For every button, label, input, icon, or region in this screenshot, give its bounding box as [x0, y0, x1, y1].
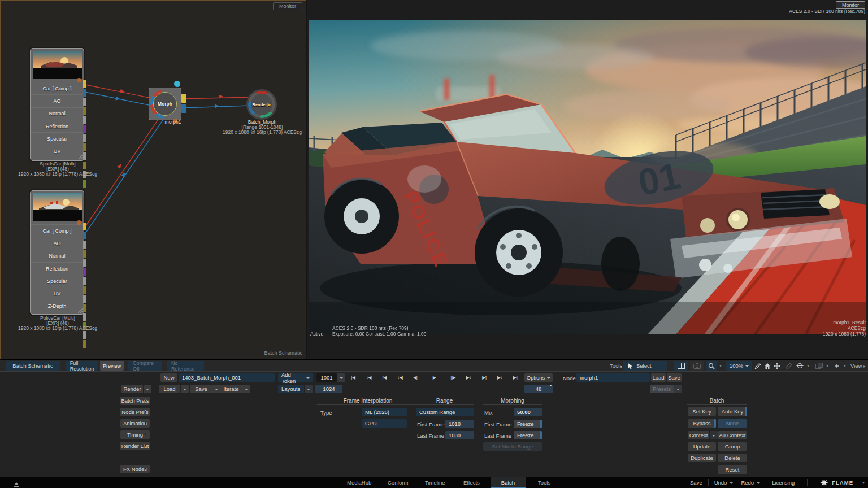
- redo-menu-item[interactable]: Redo: [741, 480, 760, 486]
- au-context-button[interactable]: Au Context: [718, 431, 747, 439]
- transport-step-back[interactable]: ◀||: [408, 373, 424, 382]
- render-button[interactable]: Render: [121, 385, 143, 393]
- transport-range-end[interactable]: ▶]: [476, 373, 492, 382]
- range-start-field[interactable]: 1024: [315, 385, 342, 393]
- zoom-tool-button[interactable]: [706, 361, 717, 371]
- transport-next-key[interactable]: ▶↓: [492, 373, 508, 382]
- output-socket[interactable]: AO: [31, 237, 84, 249]
- node-prefs-button[interactable]: Node Prefs: [120, 408, 150, 416]
- interp-type-field[interactable]: ML (2026): [362, 408, 407, 416]
- set-mix-to-range-button[interactable]: Set Mix to Range: [483, 442, 542, 451]
- viewer-exposure[interactable]: Exposure: 0.00: [332, 331, 364, 337]
- range-mode-field[interactable]: Custom Range: [416, 408, 474, 416]
- frame-dropdown[interactable]: [337, 373, 345, 382]
- viewer-canvas[interactable]: 01 POLICE: [309, 20, 866, 334]
- output-socket[interactable]: Specular: [31, 132, 84, 145]
- morph-node-label[interactable]: Morph: [153, 92, 177, 116]
- add-view-dropdown[interactable]: ▾: [841, 361, 848, 371]
- transport-range-start[interactable]: [◀: [376, 373, 392, 382]
- swap-ui-icon[interactable]: [14, 480, 19, 486]
- eyedropper-icon[interactable]: [784, 361, 793, 371]
- compare-layers-dropdown[interactable]: ▾: [824, 361, 831, 371]
- morph-first-field[interactable]: Freeze: [514, 420, 542, 428]
- tab-tools[interactable]: Tools: [530, 477, 558, 488]
- split-view-button[interactable]: [674, 361, 688, 371]
- group-button[interactable]: Group: [718, 442, 747, 451]
- transport-step-back-key[interactable]: ↓◀: [392, 373, 408, 382]
- node-resize-handle[interactable]: [78, 308, 83, 313]
- node-resize-handle[interactable]: [78, 155, 83, 159]
- node-save-button[interactable]: Save: [667, 373, 682, 382]
- presets-dropdown[interactable]: Presets: [650, 385, 674, 393]
- current-frame-field[interactable]: 1001: [316, 373, 337, 382]
- interp-engine-field[interactable]: GPU: [362, 419, 407, 428]
- node-render[interactable]: Render▶: [248, 91, 275, 118]
- range-first-field[interactable]: 1018: [445, 420, 474, 428]
- set-key-button[interactable]: Set Key: [688, 407, 716, 416]
- tab-effects[interactable]: Effects: [455, 477, 488, 488]
- none-button[interactable]: None: [718, 419, 747, 428]
- tab-timeline[interactable]: Timeline: [417, 477, 453, 488]
- undo-menu-item[interactable]: Undo: [714, 480, 734, 486]
- brand-dropdown-arrow[interactable]: ▾: [862, 480, 865, 485]
- output-socket[interactable]: Z-Depth: [31, 300, 84, 312]
- node-policecar[interactable]: Car [ Comp ] AO Normal Reflection Specul…: [30, 190, 84, 315]
- tab-batch[interactable]: Batch: [491, 477, 526, 488]
- render-play-icon[interactable]: ▶: [267, 102, 271, 107]
- context-button[interactable]: Context: [688, 431, 709, 439]
- layouts-arrow[interactable]: [305, 385, 313, 393]
- target-crosshair-icon[interactable]: [795, 361, 805, 371]
- add-token-dropdown[interactable]: Add Token: [278, 373, 313, 382]
- licensing-menu-item[interactable]: Licensing: [772, 480, 795, 486]
- zoom-tool-dropdown[interactable]: ▾: [717, 361, 724, 371]
- annotate-pencil-icon[interactable]: [753, 361, 762, 371]
- morph-context-dot-cyan[interactable]: [174, 81, 180, 87]
- morph-last-field[interactable]: Freeze: [514, 431, 542, 439]
- range-end-field[interactable]: 48*: [524, 385, 553, 393]
- home-view-icon[interactable]: [763, 361, 772, 371]
- animation-button[interactable]: Animation: [120, 419, 150, 428]
- reference-button[interactable]: No Reference: [167, 361, 204, 371]
- output-socket[interactable]: Car [ Comp ]: [31, 82, 84, 94]
- options-dropdown[interactable]: Options: [524, 373, 553, 382]
- viewer-gamma[interactable]: Gamma: 1.00: [397, 331, 427, 337]
- target-dropdown[interactable]: ▾: [805, 361, 811, 371]
- transport-go-start[interactable]: |◀: [345, 373, 361, 382]
- node-name-field[interactable]: morph1: [576, 373, 650, 382]
- duplicate-button[interactable]: Duplicate: [688, 454, 716, 462]
- output-socket[interactable]: Car [ Comp ]: [31, 224, 84, 237]
- output-socket[interactable]: Reflection: [31, 120, 84, 132]
- output-socket[interactable]: UV: [31, 145, 84, 157]
- output-socket[interactable]: UV: [31, 287, 84, 299]
- view-mode-button[interactable]: Batch Schematic: [6, 361, 60, 371]
- preview-button[interactable]: Preview: [100, 361, 124, 371]
- setup-name-field[interactable]: 1403_Batch_Morph_001: [179, 373, 275, 382]
- view-menu[interactable]: View ▸: [850, 363, 866, 369]
- output-socket[interactable]: AO: [31, 94, 84, 107]
- morph-output-tab-result[interactable]: [181, 104, 186, 113]
- mix-field[interactable]: 50.00: [514, 408, 542, 416]
- output-socket[interactable]: Normal: [31, 250, 84, 262]
- transport-play[interactable]: ▶: [423, 373, 445, 382]
- transport-step-forward-key[interactable]: ▶↓: [461, 373, 476, 382]
- render-node-label[interactable]: Render▶: [251, 94, 272, 115]
- zoom-level-dropdown[interactable]: 100%: [726, 361, 752, 371]
- fx-nodes-button[interactable]: FX Nodes: [120, 465, 150, 473]
- select-tool-button[interactable]: Select: [623, 361, 667, 371]
- save-button[interactable]: Save: [190, 385, 212, 393]
- output-socket[interactable]: Specular: [31, 274, 84, 287]
- update-button[interactable]: Update: [688, 442, 716, 451]
- save-menu-item[interactable]: Save: [690, 480, 702, 486]
- viewer-panel[interactable]: Monitor ACES 2.0 - SDR 100 nits (Rec.709…: [307, 0, 868, 359]
- tab-mediahub[interactable]: MediaHub: [339, 477, 379, 488]
- presets-arrow[interactable]: [674, 385, 682, 393]
- load-button[interactable]: Load: [159, 385, 180, 393]
- iterate-dropdown[interactable]: [242, 385, 250, 393]
- output-socket[interactable]: Normal: [31, 107, 84, 120]
- new-setup-button[interactable]: New: [160, 373, 177, 382]
- iterate-button[interactable]: Iterate: [220, 385, 242, 393]
- node-morph[interactable]: Morph: [149, 88, 183, 121]
- snapshot-camera-button[interactable]: [690, 361, 704, 371]
- timing-button[interactable]: Timing: [120, 430, 150, 439]
- auto-key-button[interactable]: Auto Key: [718, 407, 747, 416]
